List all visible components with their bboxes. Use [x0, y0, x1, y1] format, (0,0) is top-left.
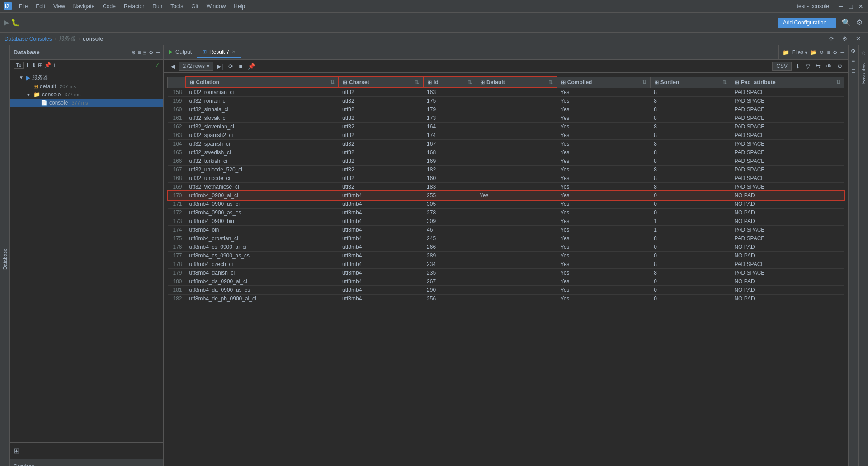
sync-icon[interactable]: ⟳ — [826, 34, 837, 43]
col-header-pad[interactable]: ⊞ Pad_attribute ⇅ — [731, 77, 844, 88]
table-row[interactable]: 166 utf32_turkish_ci utf32 169 Yes 8 PAD… — [168, 157, 844, 166]
tx-button[interactable]: Tx — [14, 62, 24, 69]
favorites-bar[interactable]: ☆ Favorites — [858, 45, 868, 466]
menu-file[interactable]: File — [15, 2, 31, 10]
checkmark-icon[interactable]: ✓ — [155, 62, 160, 68]
grid-icon[interactable]: ⊞ — [14, 447, 160, 455]
table-row[interactable]: 176 utf8mb4_cs_0900_ai_ci utf8mb4 266 Ye… — [168, 243, 844, 252]
sidebar-right-icon-3[interactable]: ⊟ — [850, 67, 857, 75]
tab-result-close[interactable]: ✕ — [232, 49, 236, 54]
breadcrumb-item-0[interactable]: Database Consoles — [5, 36, 52, 42]
group-icon[interactable]: ⊞ — [38, 62, 42, 68]
table-row[interactable]: 174 utf8mb4_bin utf8mb4 46 Yes 1 PAD SPA… — [168, 226, 844, 234]
table-row[interactable]: 169 utf32_vietnamese_ci utf32 183 Yes 8 … — [168, 183, 844, 191]
sidebar-right-icon-2[interactable]: ≡ — [851, 57, 856, 65]
pin-result-icon[interactable]: 📌 — [246, 62, 257, 71]
table-row[interactable]: 171 utf8mb4_0900_as_ci utf8mb4 305 Yes 0… — [168, 200, 844, 209]
tree-item-console-selected[interactable]: ▶ 📄 console 377 ms — [10, 99, 163, 107]
col-header-collation[interactable]: ⊞ Collation ⇅ — [186, 77, 339, 88]
table-row[interactable]: 179 utf8mb4_danish_ci utf8mb4 235 Yes 8 … — [168, 269, 844, 277]
rows-selector[interactable]: 272 rows ▾ — [179, 62, 213, 71]
col-header-charset[interactable]: ⊞ Charset ⇅ — [339, 77, 423, 88]
tab-output[interactable]: ▶ Output — [164, 47, 197, 58]
download-icon[interactable]: ⬇ — [793, 62, 802, 71]
close-db-icon[interactable]: ─ — [156, 49, 160, 56]
minimize-button[interactable]: ─ — [837, 3, 844, 10]
add-file-icon[interactable]: + — [53, 62, 56, 68]
filter-results-icon[interactable]: ▽ — [804, 62, 812, 71]
menu-refactor[interactable]: Refactor — [120, 2, 148, 10]
table-row[interactable]: 175 utf8mb4_croatian_ci utf8mb4 245 Yes … — [168, 234, 844, 243]
table-row[interactable]: 180 utf8mb4_da_0900_ai_ci utf8mb4 267 Ye… — [168, 277, 844, 286]
pad-sort-icon[interactable]: ⇅ — [836, 79, 840, 86]
table-row[interactable]: 172 utf8mb4_0900_as_cs utf8mb4 278 Yes 0… — [168, 209, 844, 217]
table-row[interactable]: 161 utf32_slovak_ci utf32 173 Yes 8 PAD … — [168, 114, 844, 123]
table-row[interactable]: 162 utf32_slovenian_ci utf32 164 Yes 8 P… — [168, 123, 844, 131]
charset-sort-icon[interactable]: ⇅ — [415, 79, 419, 86]
stop-icon[interactable]: ■ — [237, 62, 244, 71]
debug-icon[interactable]: 🐛 — [11, 18, 20, 27]
settings-icon[interactable]: ⚙ — [854, 16, 864, 29]
tree-item-default[interactable]: ▶ ⊞ default 207 ms — [10, 82, 163, 90]
table-row[interactable]: 177 utf8mb4_cs_0900_as_cs utf8mb4 289 Ye… — [168, 252, 844, 260]
table-settings-icon[interactable]: ⚙ — [835, 62, 844, 71]
compare-icon[interactable]: ⇆ — [814, 62, 822, 71]
files-close-icon[interactable]: ─ — [840, 49, 844, 56]
run-icon[interactable]: ▶ — [4, 18, 9, 27]
first-page-icon[interactable]: |◀ — [167, 62, 177, 71]
table-row[interactable]: 163 utf32_spanish2_ci utf32 174 Yes 8 PA… — [168, 131, 844, 140]
table-row[interactable]: 173 utf8mb4_0900_bin utf8mb4 309 Yes 1 N… — [168, 217, 844, 226]
table-row[interactable]: 164 utf32_spanish_ci utf32 167 Yes 8 PAD… — [168, 140, 844, 148]
next-page-icon[interactable]: ▶| — [215, 62, 225, 71]
col-header-id[interactable]: ⊞ Id ⇅ — [423, 77, 476, 88]
properties-icon[interactable]: ⚙ — [840, 34, 850, 43]
menu-navigate[interactable]: Navigate — [70, 2, 98, 10]
tree-item-console-parent[interactable]: ▼ 📁 console 377 ms — [10, 90, 163, 99]
table-row[interactable]: 165 utf32_swedish_ci utf32 168 Yes 8 PAD… — [168, 148, 844, 157]
table-row[interactable]: 167 utf32_unicode_520_ci utf32 182 Yes 8… — [168, 166, 844, 174]
table-row[interactable]: 170 utf8mb4_0900_ai_ci utf8mb4 255 Yes Y… — [168, 191, 844, 200]
sidebar-right-icon-1[interactable]: ⚙ — [850, 47, 857, 55]
sortlen-sort-icon[interactable]: ⇅ — [722, 79, 727, 86]
menu-run[interactable]: Run — [149, 2, 166, 10]
default-sort-icon[interactable]: ⇅ — [548, 79, 553, 86]
breadcrumb-item-1[interactable]: 服务器 — [59, 35, 75, 43]
menu-code[interactable]: Code — [99, 2, 119, 10]
add-configuration-button[interactable]: Add Configuration... — [778, 18, 836, 28]
maximize-button[interactable]: □ — [847, 3, 854, 10]
breadcrumb-item-2[interactable]: console — [83, 36, 103, 42]
table-row[interactable]: 160 utf32_sinhala_ci utf32 179 Yes 8 PAD… — [168, 105, 844, 114]
close-button[interactable]: ✕ — [857, 3, 864, 10]
menu-git[interactable]: Git — [188, 2, 202, 10]
table-row[interactable]: 168 utf32_unicode_ci utf32 160 Yes 8 PAD… — [168, 174, 844, 183]
menu-tools[interactable]: Tools — [167, 2, 187, 10]
menu-edit[interactable]: Edit — [32, 2, 49, 10]
collapse-all-icon[interactable]: ≡ — [137, 49, 141, 56]
database-sidebar-label[interactable]: Database — [0, 45, 10, 466]
table-row[interactable]: 182 utf8mb4_de_pb_0900_ai_ci utf8mb4 256… — [168, 295, 844, 303]
col-header-sortlen[interactable]: ⊞ Sortlen ⇅ — [650, 77, 731, 88]
export-format-btn[interactable]: CSV — [772, 62, 792, 71]
menu-help[interactable]: Help — [230, 2, 249, 10]
table-row[interactable]: 181 utf8mb4_da_0900_as_cs utf8mb4 290 Ye… — [168, 286, 844, 295]
col-sort-icon[interactable]: ⇅ — [330, 79, 335, 86]
commit-icon[interactable]: ⬆ — [25, 62, 30, 68]
table-row[interactable]: 158 utf32_romanian_ci utf32 163 Yes 8 PA… — [168, 88, 844, 97]
align-icon[interactable]: ≡ — [827, 49, 830, 56]
menu-view[interactable]: View — [50, 2, 69, 10]
files-settings-icon[interactable]: ⚙ — [833, 49, 838, 56]
sidebar-right-icon-4[interactable]: ─ — [850, 77, 856, 85]
folder-open-icon[interactable]: 📂 — [810, 49, 817, 56]
tab-result[interactable]: ⊞ Result 7 ✕ — [197, 47, 241, 58]
tree-item-server[interactable]: ▼ ▶ 服务器 — [10, 73, 163, 82]
files-button[interactable]: Files ▾ — [792, 49, 808, 56]
id-sort-icon[interactable]: ⇅ — [467, 79, 472, 86]
refresh-files-icon[interactable]: ⟳ — [820, 49, 824, 56]
pin-icon[interactable]: 📌 — [44, 62, 51, 68]
filter-icon[interactable]: ⊟ — [142, 49, 147, 56]
col-header-default[interactable]: ⊞ Default ⇅ — [476, 77, 557, 88]
close-panel-icon[interactable]: ✕ — [853, 34, 863, 43]
search-icon[interactable]: 🔍 — [840, 16, 853, 29]
compiled-sort-icon[interactable]: ⇅ — [642, 79, 646, 86]
settings-db-icon[interactable]: ⚙ — [149, 49, 154, 56]
